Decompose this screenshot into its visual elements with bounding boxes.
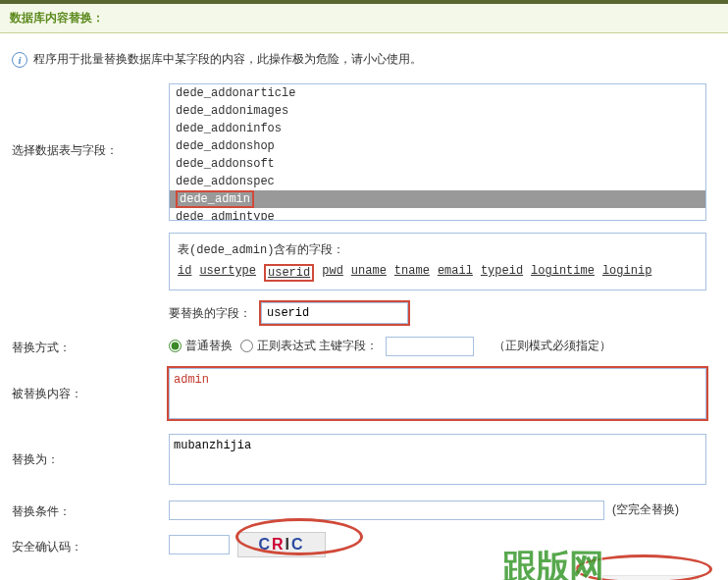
radio-regex-input[interactable] xyxy=(240,340,253,352)
primary-key-input[interactable] xyxy=(386,337,474,356)
label-table-select: 选择数据表与字段： xyxy=(12,83,169,159)
info-text: 程序用于批量替换数据库中某字段的内容，此操作极为危险，请小心使用。 xyxy=(33,51,422,68)
label-replace-field: 要替换的字段： xyxy=(169,305,251,322)
table-listbox[interactable]: dede_addonarticledede_addonimagesdede_ad… xyxy=(169,83,706,221)
label-captcha: 安全确认码： xyxy=(12,535,169,555)
field-link[interactable]: uname xyxy=(351,264,387,282)
listbox-item[interactable]: dede_addonsoft xyxy=(170,155,705,173)
label-condition: 替换条件： xyxy=(12,500,169,520)
source-content-textarea[interactable] xyxy=(169,368,706,419)
page-title: 数据库内容替换： xyxy=(0,4,728,33)
listbox-item[interactable]: dede_addoninfos xyxy=(170,120,705,137)
captcha-input[interactable] xyxy=(169,535,230,554)
condition-input[interactable] xyxy=(169,501,604,520)
label-replace-mode: 替换方式： xyxy=(12,336,169,356)
radio-normal[interactable]: 普通替换 xyxy=(169,338,233,354)
info-icon: i xyxy=(12,52,27,68)
field-link[interactable]: loginip xyxy=(602,264,651,282)
listbox-item[interactable]: dede_admintype xyxy=(170,208,705,221)
field-link[interactable]: id xyxy=(178,264,191,282)
listbox-item[interactable]: dede_addonspec xyxy=(170,173,705,190)
fields-caption: 表(dede_admin)含有的字段： xyxy=(178,241,698,258)
replace-field-input[interactable] xyxy=(261,302,408,324)
regex-note: （正则模式必须指定） xyxy=(494,338,611,354)
field-link[interactable]: usertype xyxy=(199,264,256,282)
field-link[interactable]: email xyxy=(438,264,473,282)
submit-button[interactable]: 开始替换数据 xyxy=(602,575,699,580)
field-link[interactable]: pwd xyxy=(322,264,343,282)
radio-regex[interactable]: 正则表达式 主键字段： xyxy=(240,338,378,354)
field-link[interactable]: logintime xyxy=(531,264,595,282)
label-source: 被替换内容： xyxy=(12,368,169,402)
listbox-item[interactable]: dede_admin xyxy=(170,190,705,208)
listbox-item[interactable]: dede_addonshop xyxy=(170,137,705,155)
field-link[interactable]: userid xyxy=(264,264,314,282)
listbox-item[interactable]: dede_addonimages xyxy=(170,102,705,120)
label-target: 替换为： xyxy=(12,434,169,468)
captcha-image[interactable]: CRIC xyxy=(237,532,326,557)
listbox-item[interactable]: dede_addonarticle xyxy=(170,84,705,102)
field-link[interactable]: tname xyxy=(394,264,430,282)
condition-note: (空完全替换) xyxy=(612,501,679,518)
target-content-textarea[interactable] xyxy=(169,434,706,485)
radio-normal-input[interactable] xyxy=(169,340,182,352)
fields-box: 表(dede_admin)含有的字段： idusertypeuseridpwdu… xyxy=(169,233,706,290)
field-link[interactable]: typeid xyxy=(481,264,523,282)
